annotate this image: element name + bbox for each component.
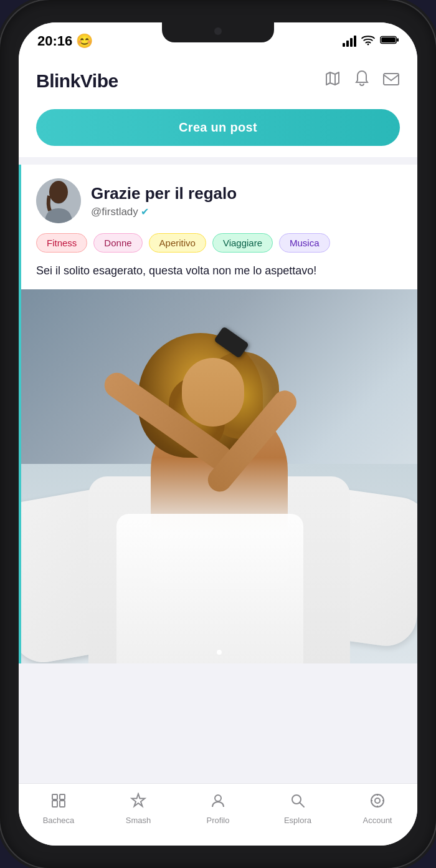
svg-point-0 [367,43,369,45]
nav-profilo[interactable]: Profilo [178,793,258,825]
profilo-label: Profilo [207,816,230,825]
esplora-icon [290,793,306,813]
phone-frame: 20:16 😊 [0,0,436,868]
status-emoji: 😊 [76,33,93,49]
nav-bacheca[interactable]: Bacheca [19,793,98,825]
status-icons [343,34,399,49]
post-author: Grazie per il regalo @firstlady ✔ [36,178,402,223]
bacheca-icon [50,793,67,813]
tag-fitness[interactable]: Fitness [36,233,87,253]
mail-icon[interactable] [382,71,400,90]
smash-label: Smash [126,816,151,825]
signal-icon [343,36,356,47]
wifi-icon [361,34,375,49]
app-header: BlinkVibe [19,60,417,102]
avatar [36,178,81,223]
verified-badge: ✔ [141,206,149,218]
create-post-button[interactable]: Crea un post [36,109,400,146]
svg-rect-12 [60,794,65,799]
shirt [116,514,303,663]
nav-smash[interactable]: Smash [98,793,178,825]
svg-line-16 [300,803,304,807]
esplora-label: Esplora [284,816,311,825]
create-post-section: Crea un post [19,102,417,157]
notch [162,22,274,42]
profilo-icon [210,793,226,813]
svg-rect-3 [381,37,396,42]
author-handle: @firstlady ✔ [91,206,237,218]
nav-account[interactable]: Account [338,793,417,825]
status-time: 20:16 😊 [37,33,93,49]
tag-aperitivo[interactable]: Aperitivo [149,233,206,253]
camera [214,27,222,35]
nav-esplora[interactable]: Esplora [258,793,338,825]
post-image-container [21,289,417,663]
post-text: Sei il solito esagerato, questa volta no… [36,263,402,279]
header-icons [324,70,400,92]
bacheca-label: Bacheca [43,816,75,825]
svg-rect-11 [52,794,57,799]
svg-point-14 [215,795,221,801]
phone-screen: 20:16 😊 [19,22,417,846]
image-dots [217,650,222,655]
post-image [21,289,417,663]
smash-icon [130,793,146,813]
map-icon[interactable] [324,70,341,92]
author-info: Grazie per il regalo @firstlady ✔ [91,184,237,218]
bottom-nav: Bacheca Smash Profilo [19,783,417,846]
author-name: Grazie per il regalo [91,184,237,203]
person-face [182,358,244,427]
svg-point-9 [49,181,68,203]
battery-icon [380,35,399,48]
svg-rect-10 [52,801,57,807]
dot-1 [217,650,222,655]
tag-viaggiare[interactable]: Viaggiare [212,233,273,253]
feed: Grazie per il regalo @firstlady ✔ Fitnes… [19,157,417,783]
app-logo: BlinkVibe [36,70,118,92]
svg-point-18 [375,798,380,803]
post-tags: Fitness Donne Aperitivo Viaggiare Musica [36,233,402,253]
svg-point-17 [371,794,384,807]
bell-icon[interactable] [354,70,370,92]
post-card: Grazie per il regalo @firstlady ✔ Fitnes… [19,165,417,663]
svg-rect-13 [60,801,65,807]
tag-musica[interactable]: Musica [279,233,330,253]
tag-donne[interactable]: Donne [93,233,142,253]
account-icon [369,793,386,813]
account-label: Account [363,816,392,825]
svg-rect-2 [397,38,399,42]
svg-rect-6 [384,74,399,85]
